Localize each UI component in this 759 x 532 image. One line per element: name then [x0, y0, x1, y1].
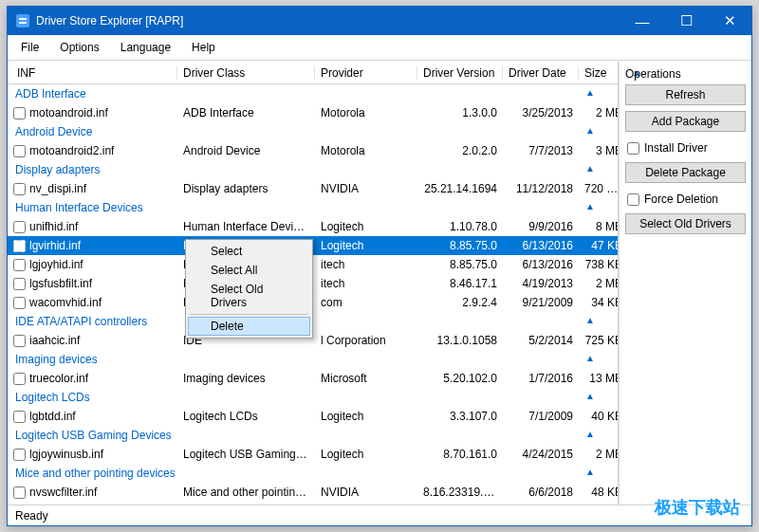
select-old-drivers-button[interactable]: Select Old Drivers [625, 213, 746, 234]
add-package-button[interactable]: Add Package [625, 111, 746, 132]
version-cell: 8.85.75.0 [417, 258, 503, 271]
chevron-up-icon: ▲ [585, 87, 595, 98]
col-version[interactable]: Driver Version [417, 66, 503, 80]
table-row[interactable]: unifhid.infHuman Interface DevicesLogite… [8, 217, 618, 236]
refresh-button[interactable]: Refresh [625, 84, 746, 105]
provider-cell: l Corporation [315, 334, 417, 347]
date-cell: 3/25/2013 [503, 106, 579, 119]
group-header[interactable]: Imaging devices▲ [8, 350, 618, 369]
menu-file[interactable]: File [11, 38, 48, 57]
size-cell: 13 MB [579, 372, 618, 385]
table-row[interactable]: motoandroid.infADB InterfaceMotorola1.3.… [8, 103, 618, 122]
group-label: Imaging devices [13, 353, 98, 366]
group-label: Display adapters [13, 163, 100, 176]
group-header[interactable]: Human Interface Devices▲ [8, 198, 618, 217]
svg-rect-0 [16, 14, 29, 28]
ctx-select-all[interactable]: Select All [188, 261, 310, 280]
row-checkbox[interactable] [13, 278, 26, 290]
row-checkbox[interactable] [13, 486, 26, 499]
date-cell: 6/13/2016 [503, 258, 579, 271]
row-checkbox[interactable] [13, 107, 26, 119]
table-row[interactable]: motoandroid2.infAndroid DeviceMotorola2.… [8, 141, 618, 160]
close-button[interactable]: ✕ [708, 7, 751, 35]
force-deletion-checkbox[interactable]: Force Deletion [627, 191, 746, 208]
group-header[interactable]: Mice and other pointing devices▲ [8, 464, 618, 483]
version-cell: 8.46.17.1 [417, 277, 503, 290]
driver-list-panel: INF Driver Class Provider Driver Version… [8, 62, 619, 504]
force-deletion-box[interactable] [627, 193, 639, 206]
maximize-button[interactable]: ☐ [664, 7, 708, 35]
date-cell: 9/9/2016 [503, 220, 579, 233]
table-row[interactable]: lgbtdd.infLogitech LCDsLogitech3.3.107.0… [8, 407, 618, 426]
row-checkbox[interactable] [13, 297, 26, 309]
delete-package-button[interactable]: Delete Package [625, 162, 746, 183]
size-cell: 2 MB [579, 106, 618, 119]
inf-cell: unifhid.inf [29, 220, 78, 233]
menu-options[interactable]: Options [50, 38, 108, 57]
column-header: INF Driver Class Provider Driver Version… [8, 62, 618, 84]
window-title: Driver Store Explorer [RAPR] [36, 14, 620, 28]
version-cell: 13.1.0.1058 [417, 334, 503, 347]
titlebar[interactable]: Driver Store Explorer [RAPR] — ☐ ✕ [8, 7, 751, 35]
group-header[interactable]: Logitech LCDs▲ [8, 388, 618, 407]
row-checkbox[interactable] [13, 145, 26, 157]
provider-cell: NVIDIA [315, 182, 417, 195]
group-header[interactable]: Android Device▲ [8, 122, 618, 141]
table-row[interactable]: lgjoywinusb.infLogitech USB Gaming Devic… [8, 445, 618, 464]
group-label: Human Interface Devices [13, 201, 143, 214]
version-cell: 25.21.14.1694 [417, 182, 503, 195]
statusbar: Ready [8, 504, 751, 525]
size-cell: 2 MB [579, 448, 618, 461]
table-row[interactable]: nv_dispi.infDisplay adaptersNVIDIA25.21.… [8, 179, 618, 198]
minimize-button[interactable]: — [620, 7, 664, 35]
row-checkbox[interactable] [13, 221, 26, 233]
version-cell: 8.85.75.0 [417, 239, 503, 252]
col-provider[interactable]: Provider [315, 66, 417, 80]
version-cell: 5.20.102.0 [417, 372, 503, 385]
row-checkbox[interactable] [13, 259, 26, 271]
install-driver-checkbox[interactable]: Install Driver [627, 139, 746, 156]
group-header[interactable]: Logitech USB Gaming Devices▲ [8, 426, 618, 445]
date-cell: 11/12/2018 [503, 182, 579, 195]
install-driver-box[interactable] [627, 142, 639, 155]
provider-cell: itech [315, 277, 417, 290]
inf-cell: lgvirhid.inf [29, 239, 81, 252]
row-checkbox[interactable] [13, 240, 26, 252]
ctx-separator [190, 314, 308, 315]
menu-language[interactable]: Language [111, 38, 180, 57]
menubar: File Options Language Help [8, 35, 751, 61]
provider-cell: Logitech [315, 448, 417, 461]
ctx-select[interactable]: Select [188, 242, 310, 261]
ctx-delete[interactable]: Delete [188, 317, 310, 336]
ctx-select-old[interactable]: Select Old Drivers [188, 280, 310, 312]
svg-rect-1 [19, 18, 27, 20]
provider-cell: Logitech [315, 220, 417, 233]
table-row[interactable]: truecolor.infImaging devicesMicrosoft5.2… [8, 369, 618, 388]
size-cell: 40 KB [579, 410, 618, 423]
menu-help[interactable]: Help [182, 38, 225, 57]
row-checkbox[interactable] [13, 449, 26, 461]
col-date[interactable]: Driver Date [503, 66, 579, 80]
row-checkbox[interactable] [13, 373, 26, 385]
col-inf[interactable]: INF [11, 66, 177, 80]
row-checkbox[interactable] [13, 183, 26, 195]
group-header[interactable]: ADB Interface▲ [8, 84, 618, 103]
row-checkbox[interactable] [13, 411, 26, 423]
svg-rect-2 [19, 22, 27, 24]
date-cell: 1/7/2016 [503, 372, 579, 385]
class-cell: Mice and other pointing devices [177, 486, 315, 499]
provider-cell: Logitech [315, 239, 417, 252]
class-cell: Logitech USB Gaming Devices [177, 448, 315, 461]
table-row[interactable]: lgsfmouhid.infMice and other pointing de… [8, 502, 618, 504]
inf-cell: truecolor.inf [29, 372, 88, 385]
size-cell: 720 MB [579, 182, 618, 195]
date-cell: 6/6/2018 [503, 486, 579, 499]
date-cell: 7/1/2009 [503, 410, 579, 423]
col-class[interactable]: Driver Class [177, 66, 315, 80]
operations-panel: Operations Refresh Add Package Install D… [619, 62, 751, 504]
row-checkbox[interactable] [13, 335, 26, 347]
date-cell: 6/13/2016 [503, 239, 579, 252]
group-header[interactable]: Display adapters▲ [8, 160, 618, 179]
version-cell: 1.3.0.0 [417, 106, 503, 119]
table-row[interactable]: nvswcfilter.infMice and other pointing d… [8, 483, 618, 502]
